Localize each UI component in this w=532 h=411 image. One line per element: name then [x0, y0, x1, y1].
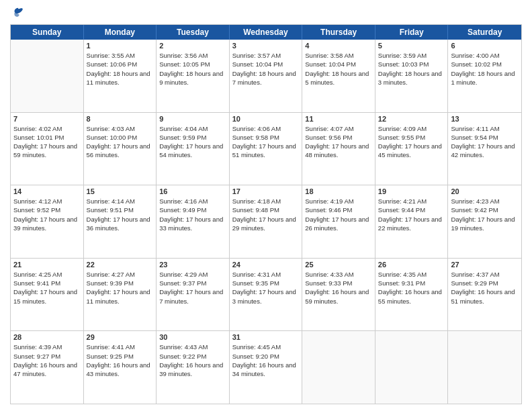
- weekday-header-friday: Friday: [375, 25, 449, 40]
- day-info: Sunrise: 4:21 AMSunset: 9:44 PMDaylight:…: [378, 197, 445, 232]
- day-number: 1: [87, 42, 154, 50]
- calendar-cell: 25Sunrise: 4:33 AMSunset: 9:33 PMDayligh…: [302, 259, 375, 331]
- day-info: Sunrise: 3:56 AMSunset: 10:05 PMDaylight…: [159, 51, 226, 87]
- day-info: Sunrise: 4:18 AMSunset: 9:48 PMDaylight:…: [232, 197, 300, 232]
- weekday-header-sunday: Sunday: [11, 25, 84, 40]
- day-info: Sunrise: 3:58 AMSunset: 10:04 PMDaylight…: [305, 51, 372, 87]
- calendar-cell: 9Sunrise: 4:04 AMSunset: 9:59 PMDaylight…: [157, 113, 230, 185]
- calendar-row-1: 1Sunrise: 3:55 AMSunset: 10:06 PMDayligh…: [11, 40, 521, 112]
- calendar-cell: 23Sunrise: 4:29 AMSunset: 9:37 PMDayligh…: [157, 259, 230, 331]
- day-number: 4: [305, 42, 372, 50]
- calendar-body: 1Sunrise: 3:55 AMSunset: 10:06 PMDayligh…: [11, 40, 521, 404]
- day-number: 23: [159, 261, 226, 269]
- day-info: Sunrise: 4:09 AMSunset: 9:55 PMDaylight:…: [378, 124, 445, 160]
- day-number: 26: [378, 261, 445, 269]
- calendar: SundayMondayTuesdayWednesdayThursdayFrid…: [10, 24, 522, 404]
- calendar-cell: [375, 331, 449, 404]
- day-info: Sunrise: 4:06 AMSunset: 9:58 PMDaylight:…: [232, 124, 300, 160]
- day-info: Sunrise: 4:35 AMSunset: 9:31 PMDaylight:…: [378, 270, 445, 306]
- calendar-row-2: 7Sunrise: 4:02 AMSunset: 10:01 PMDayligh…: [11, 112, 521, 185]
- day-number: 5: [378, 42, 445, 50]
- calendar-cell: 30Sunrise: 4:43 AMSunset: 9:22 PMDayligh…: [157, 331, 230, 404]
- day-info: Sunrise: 4:16 AMSunset: 9:49 PMDaylight:…: [159, 197, 226, 232]
- day-info: Sunrise: 4:19 AMSunset: 9:46 PMDaylight:…: [305, 197, 372, 232]
- day-number: 8: [87, 115, 154, 123]
- day-info: Sunrise: 4:43 AMSunset: 9:22 PMDaylight:…: [159, 342, 226, 378]
- day-number: 25: [305, 261, 372, 269]
- logo: [10, 7, 25, 20]
- day-info: Sunrise: 4:11 AMSunset: 9:54 PMDaylight:…: [451, 124, 519, 160]
- day-number: 31: [232, 333, 300, 341]
- calendar-cell: 7Sunrise: 4:02 AMSunset: 10:01 PMDayligh…: [11, 113, 84, 185]
- calendar-cell: 28Sunrise: 4:39 AMSunset: 9:27 PMDayligh…: [11, 331, 84, 404]
- calendar-row-4: 21Sunrise: 4:25 AMSunset: 9:41 PMDayligh…: [11, 258, 521, 331]
- day-number: 18: [305, 187, 372, 195]
- logo-bird-icon: [11, 7, 25, 20]
- day-number: 30: [159, 333, 226, 341]
- calendar-header: SundayMondayTuesdayWednesdayThursdayFrid…: [11, 25, 521, 40]
- day-number: 13: [451, 115, 519, 123]
- calendar-cell: 4Sunrise: 3:58 AMSunset: 10:04 PMDayligh…: [302, 40, 375, 112]
- day-number: 29: [87, 333, 154, 341]
- day-info: Sunrise: 4:04 AMSunset: 9:59 PMDaylight:…: [159, 124, 226, 160]
- calendar-cell: 16Sunrise: 4:16 AMSunset: 9:49 PMDayligh…: [157, 185, 230, 258]
- weekday-header-tuesday: Tuesday: [157, 25, 230, 40]
- calendar-cell: 26Sunrise: 4:35 AMSunset: 9:31 PMDayligh…: [375, 259, 449, 331]
- calendar-cell: 1Sunrise: 3:55 AMSunset: 10:06 PMDayligh…: [84, 40, 157, 112]
- day-number: 3: [232, 42, 300, 50]
- calendar-cell: 19Sunrise: 4:21 AMSunset: 9:44 PMDayligh…: [375, 185, 449, 258]
- day-number: 16: [159, 187, 226, 195]
- day-info: Sunrise: 3:57 AMSunset: 10:04 PMDaylight…: [232, 51, 300, 87]
- calendar-cell: 22Sunrise: 4:27 AMSunset: 9:39 PMDayligh…: [84, 259, 157, 331]
- calendar-cell: 2Sunrise: 3:56 AMSunset: 10:05 PMDayligh…: [157, 40, 230, 112]
- calendar-cell: 31Sunrise: 4:45 AMSunset: 9:20 PMDayligh…: [230, 331, 303, 404]
- calendar-cell: 8Sunrise: 4:03 AMSunset: 10:00 PMDayligh…: [84, 113, 157, 185]
- weekday-header-thursday: Thursday: [302, 25, 375, 40]
- page: SundayMondayTuesdayWednesdayThursdayFrid…: [0, 0, 532, 411]
- day-info: Sunrise: 3:59 AMSunset: 10:03 PMDaylight…: [378, 51, 445, 87]
- day-number: 12: [378, 115, 445, 123]
- calendar-cell: 29Sunrise: 4:41 AMSunset: 9:25 PMDayligh…: [84, 331, 157, 404]
- day-number: 10: [232, 115, 300, 123]
- day-info: Sunrise: 4:23 AMSunset: 9:42 PMDaylight:…: [451, 197, 519, 232]
- day-number: 15: [87, 187, 154, 195]
- calendar-cell: 24Sunrise: 4:31 AMSunset: 9:35 PMDayligh…: [230, 259, 303, 331]
- day-info: Sunrise: 4:45 AMSunset: 9:20 PMDaylight:…: [232, 342, 300, 378]
- calendar-cell: 17Sunrise: 4:18 AMSunset: 9:48 PMDayligh…: [230, 185, 303, 258]
- calendar-cell: 14Sunrise: 4:12 AMSunset: 9:52 PMDayligh…: [11, 185, 84, 258]
- header: [10, 7, 522, 20]
- day-number: 28: [13, 333, 81, 341]
- calendar-cell: 27Sunrise: 4:37 AMSunset: 9:29 PMDayligh…: [448, 259, 521, 331]
- day-number: 2: [159, 42, 226, 50]
- calendar-cell: 12Sunrise: 4:09 AMSunset: 9:55 PMDayligh…: [375, 113, 449, 185]
- day-number: 19: [378, 187, 445, 195]
- calendar-cell: 5Sunrise: 3:59 AMSunset: 10:03 PMDayligh…: [375, 40, 449, 112]
- calendar-cell: 18Sunrise: 4:19 AMSunset: 9:46 PMDayligh…: [302, 185, 375, 258]
- weekday-header-monday: Monday: [84, 25, 157, 40]
- calendar-cell: 11Sunrise: 4:07 AMSunset: 9:56 PMDayligh…: [302, 113, 375, 185]
- calendar-cell: [302, 331, 375, 404]
- day-info: Sunrise: 4:02 AMSunset: 10:01 PMDaylight…: [13, 124, 81, 160]
- day-info: Sunrise: 3:55 AMSunset: 10:06 PMDaylight…: [87, 51, 154, 87]
- day-info: Sunrise: 4:31 AMSunset: 9:35 PMDaylight:…: [232, 270, 300, 306]
- calendar-cell: 6Sunrise: 4:00 AMSunset: 10:02 PMDayligh…: [448, 40, 521, 112]
- calendar-cell: 10Sunrise: 4:06 AMSunset: 9:58 PMDayligh…: [230, 113, 303, 185]
- calendar-row-5: 28Sunrise: 4:39 AMSunset: 9:27 PMDayligh…: [11, 330, 521, 404]
- day-number: 21: [13, 261, 81, 269]
- day-info: Sunrise: 4:33 AMSunset: 9:33 PMDaylight:…: [305, 270, 372, 306]
- calendar-row-3: 14Sunrise: 4:12 AMSunset: 9:52 PMDayligh…: [11, 185, 521, 258]
- day-info: Sunrise: 4:25 AMSunset: 9:41 PMDaylight:…: [13, 270, 81, 306]
- day-number: 9: [159, 115, 226, 123]
- day-info: Sunrise: 4:27 AMSunset: 9:39 PMDaylight:…: [87, 270, 154, 306]
- calendar-cell: [11, 40, 84, 112]
- day-info: Sunrise: 4:29 AMSunset: 9:37 PMDaylight:…: [159, 270, 226, 306]
- day-info: Sunrise: 4:37 AMSunset: 9:29 PMDaylight:…: [451, 270, 519, 306]
- day-number: 11: [305, 115, 372, 123]
- day-info: Sunrise: 4:12 AMSunset: 9:52 PMDaylight:…: [13, 197, 81, 232]
- day-number: 27: [451, 261, 519, 269]
- calendar-cell: 15Sunrise: 4:14 AMSunset: 9:51 PMDayligh…: [84, 185, 157, 258]
- weekday-header-saturday: Saturday: [448, 25, 521, 40]
- day-info: Sunrise: 4:39 AMSunset: 9:27 PMDaylight:…: [13, 342, 81, 378]
- calendar-cell: 13Sunrise: 4:11 AMSunset: 9:54 PMDayligh…: [448, 113, 521, 185]
- day-info: Sunrise: 4:03 AMSunset: 10:00 PMDaylight…: [87, 124, 154, 160]
